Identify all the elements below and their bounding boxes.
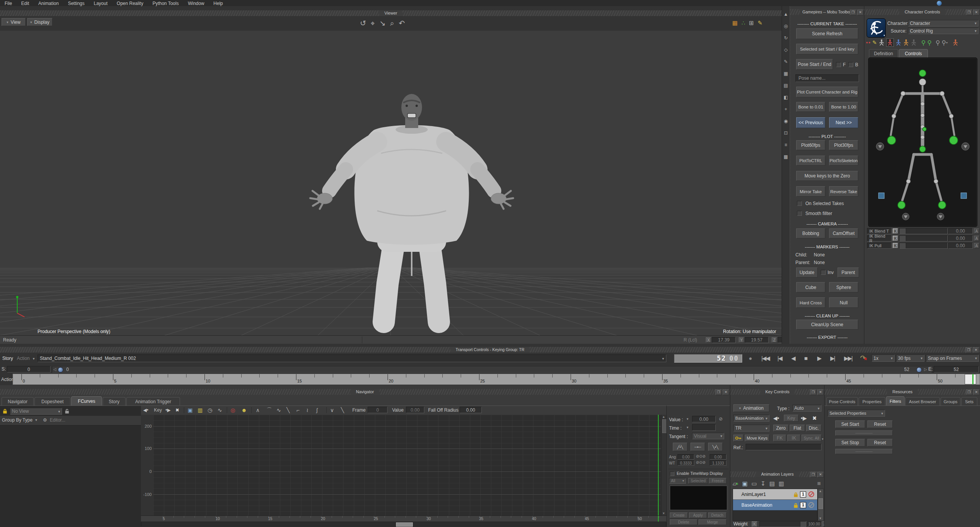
tab-animation-trigger[interactable]: Animation Trigger	[126, 397, 180, 406]
plot30-button[interactable]: Plot30fps	[829, 140, 858, 150]
delete-layer-icon[interactable]: ▭	[751, 480, 757, 487]
tab-sets[interactable]: Sets	[961, 397, 977, 406]
on-selected-takes-checkbox[interactable]	[797, 201, 802, 206]
tab-groups[interactable]: Groups	[941, 397, 960, 406]
scene-refresh-button[interactable]: Scene Refresh	[796, 28, 858, 39]
tangent-type-select[interactable]: Visual ▾	[692, 433, 724, 439]
mirror-mode-icon[interactable]	[903, 39, 909, 46]
next-button[interactable]: Next >>	[829, 117, 858, 128]
falloff-field[interactable]: 0.00	[460, 407, 482, 413]
ang-right-field[interactable]: 0.00	[710, 454, 726, 460]
scroll-up-icon[interactable]: ▲	[662, 415, 665, 419]
previous-key-button[interactable]: |◀	[777, 355, 782, 361]
selection-mode-icon[interactable]	[895, 39, 901, 46]
ik-blend-r-key-button[interactable]: K	[893, 236, 898, 241]
duplicate-layer-icon[interactable]: ▣	[742, 480, 748, 487]
character-rep-icon[interactable]	[952, 39, 959, 46]
close-icon[interactable]: ✕	[817, 389, 824, 395]
range-start-knob[interactable]	[58, 367, 63, 373]
delete-key-button[interactable]: ✖	[812, 415, 817, 421]
tab-controls[interactable]: Controls	[899, 49, 928, 57]
menu-help[interactable]: Help	[213, 1, 223, 6]
bone-pair-icon[interactable]: ●●	[866, 41, 871, 44]
close-icon[interactable]: ✕	[723, 389, 729, 395]
previous-button[interactable]: << Previous	[796, 117, 825, 128]
menu-python-tools[interactable]: Python Tools	[152, 1, 179, 6]
bone-100-button[interactable]: Bone to 1.00	[829, 102, 858, 112]
timeline-ruler[interactable]: 0 5 10 15 20 25 30 35 40 45 50	[13, 374, 980, 385]
grid-display-icon[interactable]: ⊞	[749, 20, 754, 26]
menu-animation[interactable]: Animation	[38, 1, 59, 6]
source-select[interactable]: Control Rig ▾	[908, 28, 978, 34]
null-button[interactable]: Null	[829, 297, 858, 308]
group-by-type-dropdown[interactable]: Group By Type	[2, 417, 33, 423]
plot-current-button[interactable]: Plot Current Character and Rig	[796, 87, 858, 97]
prev-key-icon[interactable]: ◀•	[143, 407, 148, 413]
playback-speed-select[interactable]: 1x ▾	[872, 355, 895, 362]
scroll-down-icon[interactable]: ▼	[662, 512, 665, 515]
layer-stack-icon[interactable]: ▥	[779, 480, 784, 487]
close-icon[interactable]: ✕	[817, 472, 824, 478]
tab-fcurves[interactable]: FCurves	[71, 396, 102, 406]
prev-key-button[interactable]: ◀•	[773, 415, 779, 421]
restore-icon[interactable]: ❐	[715, 389, 722, 395]
reverse-take-button[interactable]: Reverse Take	[829, 186, 858, 197]
time-display-icon[interactable]: ◷	[208, 407, 212, 413]
slope-tool-icon[interactable]: ╲	[341, 407, 344, 413]
linear-tangent-icon[interactable]: ╲	[286, 407, 290, 413]
play-backward-button[interactable]: ◀	[791, 355, 796, 361]
viewport-3d[interactable]: Producer Perspective (Models only) Rotat…	[0, 31, 782, 335]
wt-right-field[interactable]: 1.1333	[710, 460, 726, 466]
layer-solo-icon[interactable]: 1	[800, 491, 806, 497]
tab-navigator[interactable]: Navigator	[2, 397, 34, 406]
selected-properties-select[interactable]: Selected Properties ▾	[828, 410, 885, 417]
lock-view-icon[interactable]	[2, 409, 7, 413]
pivot-target-icon[interactable]: ◎	[231, 407, 235, 413]
plot60-button[interactable]: Plot60fps	[796, 140, 825, 150]
layer-mute-icon[interactable]	[808, 491, 814, 497]
sync-all-button[interactable]: Sync. All	[802, 435, 821, 442]
layer-row-baseanimation[interactable]: BaseAnimation 1	[733, 500, 817, 511]
window-mode-icon[interactable]: ▣	[188, 407, 193, 413]
close-icon[interactable]: ✕	[973, 10, 980, 15]
tab-pose-controls[interactable]: Pose Controls	[826, 397, 858, 406]
tab-definition[interactable]: Definition	[869, 49, 898, 57]
gear-icon[interactable]: ⚙	[43, 417, 47, 423]
rotation-x-field[interactable]: 17.39	[712, 337, 736, 343]
ik-blend-r-value[interactable]: 0.00	[948, 235, 973, 241]
animation-layers-titlebar[interactable]: Animation Layers ❐ ✕	[730, 471, 825, 477]
pose-name-field[interactable]	[798, 75, 857, 81]
fps-select[interactable]: 30 fps ▾	[896, 355, 924, 362]
undo-view-icon[interactable]: ↶	[399, 19, 405, 28]
menu-edit[interactable]: Edit	[21, 1, 29, 6]
scroll-handle[interactable]	[818, 498, 823, 509]
reset-stop-button[interactable]: Reset	[867, 439, 893, 447]
rotate-tool-icon[interactable]: ↻	[784, 35, 788, 41]
display-menu-button[interactable]: ▾ Display	[27, 18, 52, 26]
cube-button[interactable]: Cube	[796, 282, 825, 292]
ghost-mode-icon[interactable]	[911, 39, 917, 46]
auto-tangent-icon[interactable]: ∧	[256, 407, 260, 413]
character-thumbnail[interactable]: ▾	[867, 18, 886, 38]
tab-dopesheet[interactable]: Dopesheet	[34, 397, 70, 406]
character-rig-view[interactable]	[868, 57, 977, 227]
resources-titlebar[interactable]: Resources ❐ ✕	[825, 389, 980, 395]
scale-tool-icon[interactable]: ◇	[784, 47, 787, 53]
ik-button[interactable]: IK	[787, 435, 800, 442]
value-lock-icon[interactable]: ⊘	[719, 416, 723, 422]
restore-icon[interactable]: ❐	[965, 347, 972, 353]
restore-icon[interactable]: ❐	[966, 10, 972, 15]
next-key-button[interactable]: •▶	[801, 415, 807, 421]
range-left-arrow-icon[interactable]: ◁	[53, 367, 56, 371]
schematic-tool-icon[interactable]: ▤	[784, 83, 788, 88]
menu-layout[interactable]: Layout	[94, 1, 108, 6]
stats-mode-icon[interactable]: ▥	[198, 407, 203, 413]
timewarp-delete-button[interactable]: Delete	[670, 519, 697, 525]
flat-button[interactable]: Flat	[790, 425, 805, 432]
go-to-end-button[interactable]: ▶▶|	[844, 355, 852, 361]
marker-pen-icon[interactable]: ✎	[872, 39, 877, 46]
move-keys-button[interactable]: Move Keys	[745, 435, 769, 442]
play-button[interactable]: ▶	[817, 355, 822, 361]
next-key-button[interactable]: ▶|	[830, 355, 834, 361]
value-field[interactable]: 0.00	[406, 407, 424, 413]
